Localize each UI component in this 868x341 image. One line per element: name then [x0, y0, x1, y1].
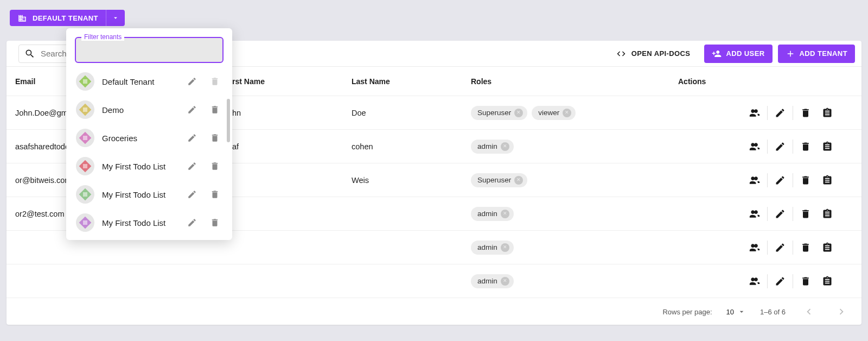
- action-separator: [793, 173, 793, 187]
- clipboard-icon: [822, 175, 833, 186]
- remove-role-icon[interactable]: [501, 277, 509, 286]
- assign-user-button[interactable]: [745, 238, 764, 257]
- clipboard-icon: [822, 108, 833, 118]
- edit-icon: [775, 209, 786, 219]
- pagination-range: 1–6 of 6: [760, 308, 786, 316]
- edit-icon: [775, 175, 786, 186]
- edit-tenant-button[interactable]: [184, 102, 200, 117]
- cell-roles: Superuserviewer: [471, 106, 677, 120]
- action-separator: [767, 241, 768, 255]
- svg-rect-5: [83, 108, 87, 112]
- role-chip-label: admin: [477, 210, 497, 218]
- role-chip: admin: [471, 140, 514, 154]
- tenant-item-label: Groceries: [102, 134, 177, 143]
- edit-icon: [187, 218, 197, 228]
- tenant-item-label: My First Todo List: [102, 218, 177, 228]
- edit-row-button[interactable]: [771, 238, 789, 257]
- tenant-list-item[interactable]: Default Tenant: [72, 67, 227, 96]
- copy-row-button[interactable]: [818, 272, 837, 291]
- add-user-label: ADD USER: [726, 49, 764, 58]
- edit-tenant-button[interactable]: [184, 187, 200, 202]
- delete-row-button[interactable]: [796, 238, 815, 257]
- copy-row-button[interactable]: [818, 238, 837, 257]
- edit-row-button[interactable]: [771, 171, 789, 190]
- tenant-list-item[interactable]: Groceries: [72, 124, 227, 152]
- edit-tenant-button[interactable]: [184, 74, 200, 89]
- edit-tenant-button[interactable]: [184, 130, 200, 146]
- tenant-list-item[interactable]: My First Todo List: [72, 209, 227, 237]
- chevron-right-icon: [835, 306, 847, 318]
- table-footer: Rows per page: 10 1–6 of 6: [7, 299, 861, 325]
- role-chip: Superuser: [471, 173, 527, 187]
- edit-row-button[interactable]: [771, 137, 789, 156]
- cell-first-name: hn: [232, 109, 352, 117]
- next-page-button[interactable]: [832, 302, 851, 321]
- assign-user-button[interactable]: [745, 137, 764, 156]
- filter-tenants-input[interactable]: [76, 38, 222, 62]
- delete-row-button[interactable]: [796, 171, 815, 190]
- add-user-button[interactable]: ADD USER: [704, 45, 772, 63]
- delete-tenant-button[interactable]: [207, 215, 222, 230]
- edit-tenant-button[interactable]: [184, 215, 200, 230]
- tenant-list-item[interactable]: My First Todo List: [72, 152, 227, 180]
- tenant-avatar: [76, 100, 94, 119]
- popover-scrollbar[interactable]: [227, 99, 230, 142]
- open-api-docs-button[interactable]: OPEN API-DOCS: [608, 49, 699, 59]
- trash-icon: [210, 190, 220, 199]
- tenant-list-item[interactable]: Demo: [72, 96, 227, 124]
- remove-role-icon[interactable]: [501, 142, 509, 151]
- copy-row-button[interactable]: [818, 104, 837, 122]
- person-add-icon: [749, 175, 760, 186]
- col-last-name: Last Name: [352, 77, 471, 86]
- filter-tenants-label: Filter tenants: [81, 33, 124, 41]
- tenant-avatar: [76, 129, 94, 147]
- edit-icon: [775, 108, 786, 118]
- delete-tenant-button[interactable]: [207, 159, 222, 174]
- edit-row-button[interactable]: [771, 104, 789, 122]
- tenant-selector-caret[interactable]: [106, 10, 125, 26]
- tenant-selector-button[interactable]: DEFAULT TENANT: [10, 10, 106, 26]
- copy-row-button[interactable]: [818, 205, 837, 223]
- delete-tenant-button[interactable]: [207, 102, 222, 117]
- assign-user-button[interactable]: [745, 272, 764, 291]
- filter-tenants-field[interactable]: Filter tenants: [75, 37, 224, 63]
- delete-row-button[interactable]: [796, 205, 815, 223]
- assign-user-button[interactable]: [745, 205, 764, 223]
- tenant-popover: Filter tenants Default TenantDemoGroceri…: [66, 28, 232, 240]
- col-roles: Roles: [471, 77, 677, 86]
- role-chip: viewer: [532, 106, 576, 120]
- svg-rect-2: [83, 79, 87, 84]
- edit-icon: [775, 242, 786, 253]
- tenant-list-item[interactable]: My First Todo List: [72, 180, 227, 209]
- trash-icon: [800, 108, 811, 118]
- delete-row-button[interactable]: [796, 137, 815, 156]
- add-tenant-button[interactable]: ADD TENANT: [778, 45, 856, 63]
- remove-role-icon[interactable]: [563, 109, 571, 117]
- tenant-selector-label: DEFAULT TENANT: [33, 14, 98, 22]
- delete-tenant-button[interactable]: [207, 130, 222, 146]
- edit-row-button[interactable]: [771, 272, 789, 291]
- edit-tenant-button[interactable]: [184, 159, 200, 174]
- copy-row-button[interactable]: [818, 171, 837, 190]
- remove-role-icon[interactable]: [501, 243, 509, 252]
- copy-row-button[interactable]: [818, 137, 837, 156]
- delete-tenant-button[interactable]: [207, 187, 222, 202]
- remove-role-icon[interactable]: [501, 210, 509, 218]
- remove-role-icon[interactable]: [514, 176, 523, 185]
- trash-icon: [210, 77, 220, 86]
- edit-row-button[interactable]: [771, 205, 789, 223]
- role-chip-label: admin: [477, 277, 497, 285]
- assign-user-button[interactable]: [745, 104, 764, 122]
- assign-user-button[interactable]: [745, 171, 764, 190]
- cell-roles: admin: [471, 241, 677, 255]
- clipboard-icon: [822, 242, 833, 253]
- prev-page-button[interactable]: [800, 302, 818, 321]
- remove-role-icon[interactable]: [514, 109, 523, 117]
- delete-row-button[interactable]: [796, 104, 815, 122]
- trash-icon: [800, 175, 811, 186]
- role-chip: Superuser: [471, 106, 527, 120]
- role-chip-label: Superuser: [477, 109, 511, 117]
- rows-per-page-select[interactable]: 10: [726, 307, 746, 316]
- tenant-item-label: My First Todo List: [102, 190, 177, 199]
- delete-row-button[interactable]: [796, 272, 815, 291]
